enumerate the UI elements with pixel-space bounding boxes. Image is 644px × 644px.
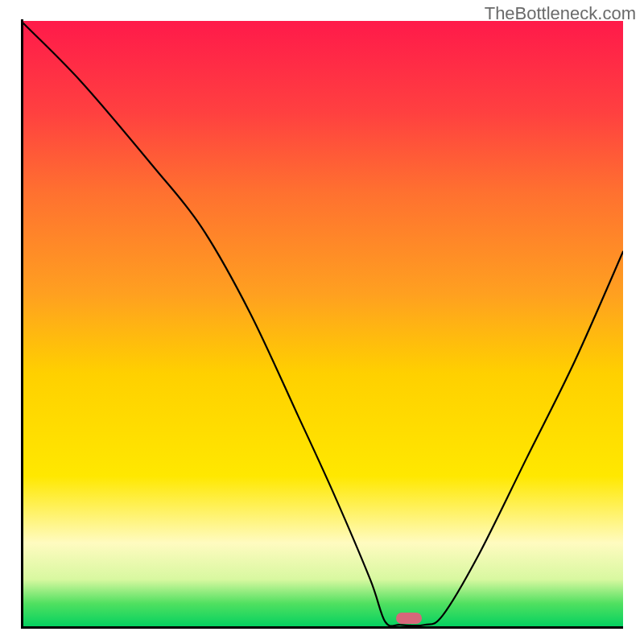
bottleneck-curve-path [21,21,623,626]
optimal-point-marker [396,613,422,624]
watermark-text: TheBottleneck.com [485,3,636,24]
bottleneck-curve-svg [21,21,623,628]
